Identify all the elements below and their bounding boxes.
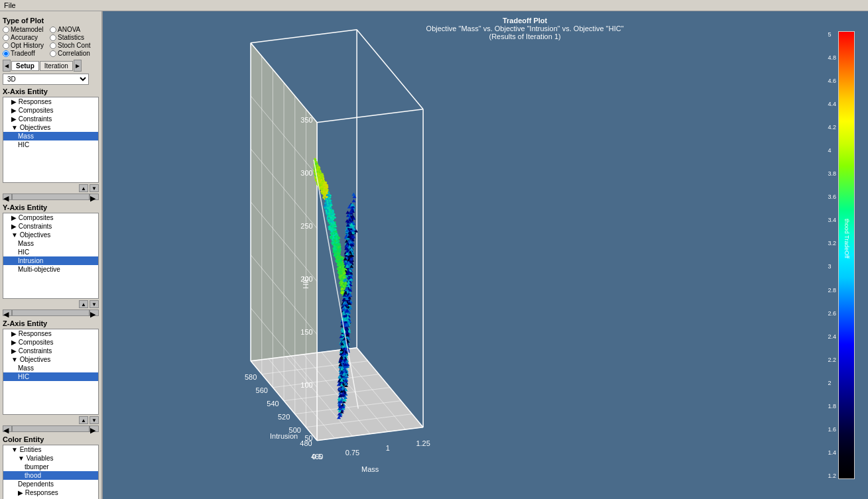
tree-item-tbumper[interactable]: tbumper xyxy=(3,463,98,471)
z-axis-tree[interactable]: ▶ Responses ▶ Composites ▶ Constraints ▼… xyxy=(3,329,99,415)
tree-item-thood[interactable]: thood xyxy=(3,471,98,480)
radio-tradeoff[interactable]: Tradeoff xyxy=(3,50,49,57)
x-hscroll-track[interactable] xyxy=(12,194,90,200)
tree-item-hic-x[interactable]: HIC xyxy=(3,140,98,149)
radio-correlation[interactable]: Correlation xyxy=(50,50,96,57)
tree-item[interactable]: ▶ Constraints xyxy=(3,347,98,355)
dimension-dropdown-container: 3D 2D xyxy=(3,74,99,85)
tab-bar: ◀ Setup Iteration ▶ xyxy=(3,60,99,72)
tab-setup[interactable]: Setup xyxy=(11,61,39,71)
x-hscroll-right[interactable]: ▶ xyxy=(90,194,99,200)
colorbar-labels: 5 4.8 4.6 4.4 4.2 4 3.8 3.6 3.4 3.2 3 2.… xyxy=(828,31,836,479)
x-axis-entity-label: X-Axis Entity xyxy=(3,87,99,95)
x-tree-scroll-down[interactable]: ▼ xyxy=(90,184,99,192)
chart-area[interactable]: Tradeoff Plot Objective "Mass" vs. Objec… xyxy=(103,11,868,499)
menubar[interactable]: File xyxy=(0,0,868,11)
chart-title: Tradeoff Plot Objective "Mass" vs. Objec… xyxy=(426,17,624,40)
z-tree-scroll-down[interactable]: ▼ xyxy=(90,416,99,424)
radio-statistics[interactable]: Statistics xyxy=(50,34,96,41)
z-hscroll-track[interactable] xyxy=(12,425,90,432)
tree-item[interactable]: ▼ Objectives xyxy=(3,231,98,239)
tree-item[interactable]: ▼ Variables xyxy=(3,454,98,463)
radio-opt-history[interactable]: Opt History xyxy=(3,42,49,49)
x-axis-tree[interactable]: ▶ Responses ▶ Composites ▶ Constraints ▼… xyxy=(3,97,99,183)
tree-item[interactable]: ▶ Constraints xyxy=(3,222,98,231)
z-tree-scroll-up[interactable]: ▲ xyxy=(79,416,88,424)
tab-next-arrow[interactable]: ▶ xyxy=(74,60,82,72)
tree-item[interactable]: ▶ Responses xyxy=(3,97,98,106)
type-of-plot-label: Type of Plot xyxy=(3,17,99,25)
y-hscroll-track[interactable] xyxy=(12,309,90,316)
tree-item-dependents[interactable]: Dependents xyxy=(3,480,98,488)
color-entity-label: Color Entity xyxy=(3,435,99,443)
tree-item[interactable]: ▼ Entities xyxy=(3,445,98,454)
tree-item-mass-z[interactable]: Mass xyxy=(3,364,98,372)
tab-prev-arrow[interactable]: ◀ xyxy=(3,60,11,72)
y-hscroll-right[interactable]: ▶ xyxy=(90,309,99,316)
x-hscroll-left[interactable]: ◀ xyxy=(3,194,12,200)
y-tree-scroll-up[interactable]: ▲ xyxy=(79,300,88,308)
tree-item[interactable]: ▼ Objectives xyxy=(3,123,98,132)
radio-metamodel[interactable]: Metamodel xyxy=(3,26,49,33)
tree-item[interactable]: ▶ Composites xyxy=(3,338,98,347)
tab-iteration[interactable]: Iteration xyxy=(40,61,73,71)
x-tree-scroll-up[interactable]: ▲ xyxy=(79,184,88,192)
file-menu[interactable]: File xyxy=(4,1,16,9)
tree-item-mass-y[interactable]: Mass xyxy=(3,239,98,248)
tree-item-multiobjective-y[interactable]: Multi-objective xyxy=(3,265,98,274)
radio-anova[interactable]: ANOVA xyxy=(50,26,96,33)
colorbar-title: thood TradeOff xyxy=(843,219,850,258)
z-axis-entity-label: Z-Axis Entity xyxy=(3,319,99,327)
tree-item-hic-z[interactable]: HIC xyxy=(3,372,98,381)
color-entity-tree[interactable]: ▼ Entities ▼ Variables tbumper thood Dep… xyxy=(3,445,99,499)
plot-type-group: Metamodel ANOVA Accuracy Statistics Opt … xyxy=(3,26,99,57)
chart-title-line1: Tradeoff Plot xyxy=(426,17,624,25)
tree-item-intrusion-y[interactable]: Intrusion xyxy=(3,256,98,265)
chart-title-line3: (Results of Iteration 1) xyxy=(426,32,624,40)
y-tree-scroll-down[interactable]: ▼ xyxy=(90,300,99,308)
dimension-select[interactable]: 3D 2D xyxy=(3,74,89,85)
z-hscroll-right[interactable]: ▶ xyxy=(90,425,99,432)
tree-item[interactable]: ▶ Composites xyxy=(3,213,98,222)
tree-item[interactable]: ▶ Composites xyxy=(3,106,98,115)
tree-item-mass-x[interactable]: Mass xyxy=(3,132,98,140)
main-chart-canvas[interactable] xyxy=(103,11,868,499)
y-axis-tree[interactable]: ▶ Composites ▶ Constraints ▼ Objectives … xyxy=(3,213,99,299)
x-hscroll[interactable]: ◀ ▶ xyxy=(3,193,99,201)
tree-item[interactable]: ▼ Objectives xyxy=(3,355,98,364)
radio-accuracy[interactable]: Accuracy xyxy=(3,34,49,41)
tree-item[interactable]: ▶ Responses xyxy=(3,329,98,338)
z-hscroll-left[interactable]: ◀ xyxy=(3,425,12,432)
tree-item-responses-color[interactable]: ▶ Responses xyxy=(3,488,98,497)
z-hscroll[interactable]: ◀ ▶ xyxy=(3,425,99,433)
tree-item[interactable]: ▶ Constraints xyxy=(3,115,98,123)
tree-item-hic-y[interactable]: HIC xyxy=(3,248,98,256)
radio-stoch-cont[interactable]: Stoch Cont xyxy=(50,42,96,49)
y-hscroll-left[interactable]: ◀ xyxy=(3,309,12,316)
chart-title-line2: Objective "Mass" vs. Objective "Intrusio… xyxy=(426,25,624,32)
left-panel: Type of Plot Metamodel ANOVA Accuracy St… xyxy=(0,11,103,499)
y-axis-entity-label: Y-Axis Entity xyxy=(3,203,99,211)
y-hscroll[interactable]: ◀ ▶ xyxy=(3,309,99,317)
